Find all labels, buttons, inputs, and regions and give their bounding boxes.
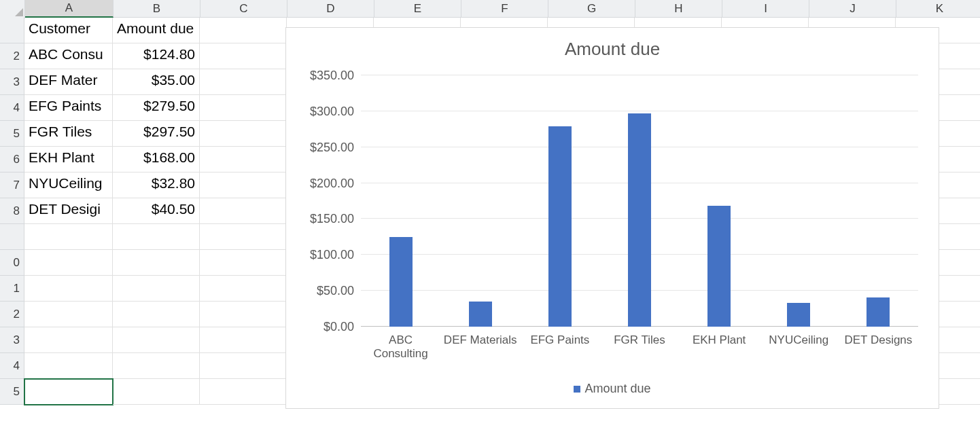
- cell[interactable]: [24, 327, 113, 353]
- cell[interactable]: [113, 327, 200, 353]
- column-header-J[interactable]: J: [809, 0, 896, 18]
- cell[interactable]: DET Desigi: [24, 198, 113, 224]
- cell[interactable]: $279.50: [113, 95, 200, 121]
- column-header-K[interactable]: K: [896, 0, 980, 18]
- cell[interactable]: $32.80: [113, 172, 200, 198]
- cell[interactable]: [24, 250, 113, 276]
- cell[interactable]: [200, 250, 287, 276]
- cell[interactable]: [200, 302, 287, 327]
- cell[interactable]: [200, 327, 287, 353]
- column-header-F[interactable]: F: [461, 0, 548, 18]
- chart-y-tick-label: $200.00: [310, 176, 361, 190]
- row-header[interactable]: 4: [0, 95, 24, 121]
- cell[interactable]: [200, 18, 287, 43]
- chart-x-axis-labels: ABC ConsultingDEF MaterialsEFG PaintsFGR…: [361, 329, 918, 361]
- cell[interactable]: [200, 69, 287, 95]
- cell[interactable]: [24, 224, 113, 250]
- row-header[interactable]: 0: [0, 250, 24, 276]
- row-header[interactable]: 4: [0, 353, 24, 379]
- chart-y-tick-label: $0.00: [323, 320, 361, 334]
- chart-x-tick-label: NYUCeiling: [759, 329, 839, 361]
- column-header-E[interactable]: E: [374, 0, 461, 18]
- cell[interactable]: [200, 379, 287, 405]
- chart-legend: Amount due: [293, 382, 932, 396]
- cell[interactable]: FGR Tiles: [24, 121, 113, 147]
- chart-bars-group: [361, 75, 918, 327]
- column-header-G[interactable]: G: [548, 0, 635, 18]
- chart-y-tick-label: $150.00: [310, 212, 361, 226]
- cell[interactable]: [200, 276, 287, 302]
- cell[interactable]: $168.00: [113, 147, 200, 172]
- cell[interactable]: DEF Mater: [24, 69, 113, 95]
- cell[interactable]: EKH Plant: [24, 147, 113, 172]
- cell[interactable]: [200, 121, 287, 147]
- cell[interactable]: ABC Consu: [24, 43, 113, 69]
- column-header-B[interactable]: B: [113, 0, 200, 18]
- cell[interactable]: [200, 43, 287, 69]
- cell[interactable]: $40.50: [113, 198, 200, 224]
- chart-bar[interactable]: [867, 297, 890, 327]
- cell[interactable]: [113, 379, 200, 405]
- row-header[interactable]: 5: [0, 121, 24, 147]
- cell[interactable]: $297.50: [113, 121, 200, 147]
- column-header-I[interactable]: I: [722, 0, 809, 18]
- chart-bar[interactable]: [787, 303, 810, 327]
- select-all-triangle-icon: [15, 8, 23, 16]
- select-all-corner[interactable]: [0, 0, 25, 18]
- cell[interactable]: EFG Paints: [24, 95, 113, 121]
- chart-bar[interactable]: [389, 237, 413, 327]
- cell[interactable]: NYUCeiling: [24, 172, 113, 198]
- row-header[interactable]: 1: [0, 276, 24, 302]
- chart-y-tick-label: $250.00: [310, 140, 361, 154]
- column-header-H[interactable]: H: [635, 0, 722, 18]
- chart-x-tick-label: FGR Tiles: [599, 329, 679, 361]
- row-header[interactable]: [0, 224, 24, 250]
- cell[interactable]: [113, 302, 200, 327]
- row-header[interactable]: 6: [0, 147, 24, 172]
- cell[interactable]: [200, 95, 287, 121]
- cell[interactable]: $35.00: [113, 69, 200, 95]
- row-header[interactable]: 2: [0, 302, 24, 327]
- cell[interactable]: [200, 198, 287, 224]
- cell[interactable]: Amount due: [113, 18, 200, 43]
- cell[interactable]: $124.80: [113, 43, 200, 69]
- row-header-column: 2345678012345: [0, 18, 24, 405]
- chart-y-tick-label: $50.00: [317, 284, 361, 298]
- chart-bar[interactable]: [628, 113, 651, 327]
- cell[interactable]: [24, 353, 113, 379]
- cell[interactable]: [200, 353, 287, 379]
- chart-bar[interactable]: [469, 302, 492, 327]
- cell[interactable]: [24, 276, 113, 302]
- cell[interactable]: [200, 147, 287, 172]
- chart-x-tick-label: DEF Materials: [440, 329, 520, 361]
- column-header-D[interactable]: D: [287, 0, 374, 18]
- row-header[interactable]: 3: [0, 327, 24, 353]
- column-header-C[interactable]: C: [200, 0, 287, 18]
- row-header[interactable]: 8: [0, 198, 24, 224]
- legend-series-label: Amount due: [584, 382, 650, 395]
- cell[interactable]: [113, 224, 200, 250]
- chart-bar[interactable]: [548, 126, 572, 327]
- cell[interactable]: [200, 224, 287, 250]
- embedded-chart[interactable]: Amount due $0.00$50.00$100.00$150.00$200…: [285, 27, 939, 409]
- chart-title: Amount due: [293, 35, 932, 62]
- column-header-A[interactable]: A: [25, 0, 113, 18]
- cell[interactable]: [113, 276, 200, 302]
- chart-y-tick-label: $350.00: [310, 69, 361, 83]
- row-header[interactable]: 3: [0, 69, 24, 95]
- cell[interactable]: [113, 353, 200, 379]
- cell[interactable]: [113, 250, 200, 276]
- cell[interactable]: [24, 379, 113, 405]
- cell[interactable]: [24, 302, 113, 327]
- chart-y-tick-label: $300.00: [310, 104, 361, 118]
- chart-y-tick-label: $100.00: [310, 248, 361, 262]
- cell[interactable]: [200, 172, 287, 198]
- row-header[interactable]: [0, 18, 24, 43]
- cell[interactable]: Customer: [24, 18, 113, 43]
- chart-bar[interactable]: [707, 206, 731, 327]
- column-header-row: ABCDEFGHIJK: [0, 0, 980, 18]
- row-header[interactable]: 5: [0, 379, 24, 405]
- row-header[interactable]: 2: [0, 43, 24, 69]
- chart-plot-area: $0.00$50.00$100.00$150.00$200.00$250.00$…: [361, 75, 918, 327]
- row-header[interactable]: 7: [0, 172, 24, 198]
